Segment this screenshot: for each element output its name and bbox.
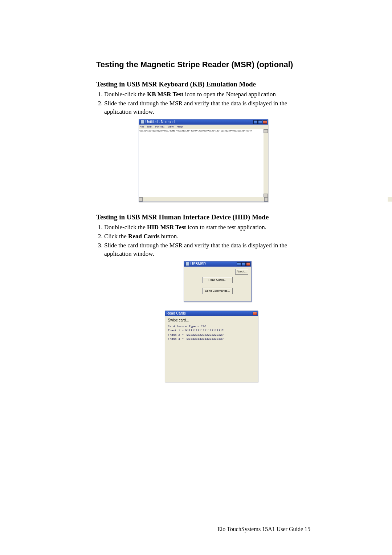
minimize-button[interactable] [253,120,258,124]
text: icon to open the Notepad application [183,91,276,98]
read-cards-window: Read Cards Swipe card... Card Encode Typ… [165,311,258,382]
maximize-button[interactable] [258,120,262,124]
scroll-up-icon[interactable] [264,129,268,133]
kb-steps: Double-click the KB MSR Test icon to ope… [96,90,310,116]
minimize-button[interactable] [237,262,241,266]
text: Click the [104,233,128,240]
notepad-titlebar: Untitled - Notepad [139,119,268,125]
kb-step-1: Double-click the KB MSR Test icon to ope… [104,90,310,99]
usbmsr-window: USBMSR About... Read Cards... Send Comma… [184,261,252,302]
close-button[interactable] [246,262,250,266]
maximize-button[interactable] [241,262,246,266]
menu-file[interactable]: File [140,125,144,128]
send-commands-button[interactable]: Send Commands... [202,288,233,294]
menu-help[interactable]: Help [177,125,183,128]
hid-step-2: Click the Read Cards button. [104,232,310,241]
read-cards-titlebar: Read Cards [165,311,258,316]
kb-msr-test-label: KB MSR Test [147,91,183,98]
notepad-textarea[interactable]: %B1234123412341234^DOE/JOHN ^09021012644… [139,129,264,197]
notepad-menubar: File Edit Format View Help [139,125,268,129]
notepad-window: Untitled - Notepad File Edit Format View… [139,119,268,202]
app-icon [185,262,189,266]
hid-msr-test-label: HID MSR Test [147,224,186,231]
swipe-card-label: Swipe card... [168,318,255,322]
read-cards-label: Read Cards [128,233,159,240]
notepad-title-text: Untitled - Notepad [146,119,175,125]
about-button[interactable]: About... [235,269,248,275]
close-button[interactable] [263,120,267,124]
page-title: Testing the Magnetic Stripe Reader (MSR)… [96,60,310,69]
kb-step-2: Slide the card through the MSR and verif… [104,100,310,116]
read-cards-output: Card Encode Type = ISO Track 1 = %111111… [168,324,255,379]
usbmsr-titlebar: USBMSR [184,262,251,267]
menu-format[interactable]: Format [155,125,164,128]
read-cards-button[interactable]: Read Cards... [202,277,233,283]
text: icon to start the test application. [186,224,266,231]
hid-step-3: Slide the card through the MSR and verif… [104,242,310,258]
scroll-track[interactable] [143,197,264,202]
scroll-right-icon[interactable] [264,197,268,202]
subheading-kb: Testing in USB MSR Keyboard (KB) Emulati… [96,80,310,88]
usbmsr-title-text: USBMSR [191,262,206,267]
text: Double-click the [104,91,147,98]
horizontal-scrollbar[interactable] [139,197,268,202]
menu-edit[interactable]: Edit [147,125,152,128]
hid-steps: Double-click the HID MSR Test icon to st… [96,223,310,258]
notepad-icon [140,120,144,124]
text: button. [160,233,179,240]
vertical-scrollbar[interactable] [264,129,268,197]
menu-view[interactable]: View [167,125,173,128]
subheading-hid: Testing in USB MSR Human Interface Devic… [96,213,310,221]
read-cards-title-text: Read Cards [167,311,186,315]
scroll-left-icon[interactable] [139,197,143,202]
text: Double-click the [104,224,147,231]
close-button[interactable] [253,312,257,315]
scroll-down-icon[interactable] [264,194,268,197]
hid-step-1: Double-click the HID MSR Test icon to st… [104,223,310,232]
page-footer: Elo TouchSystems 15A1 User Guide 15 [96,526,310,532]
resize-grip[interactable] [388,197,392,202]
